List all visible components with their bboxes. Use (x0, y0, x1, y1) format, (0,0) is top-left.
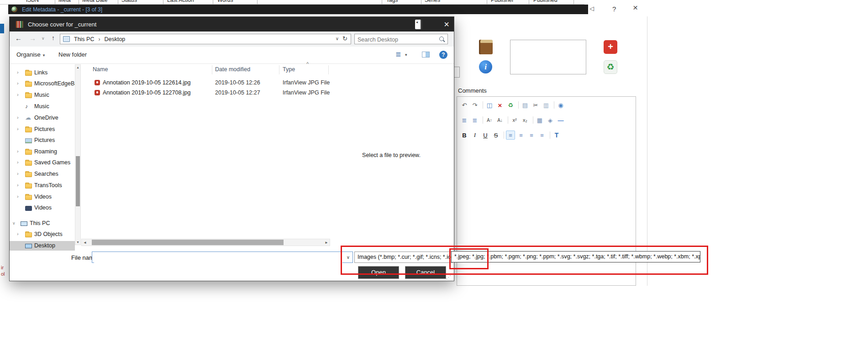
paste-icon[interactable]: ▤ (521, 100, 530, 110)
scrollbar-thumb[interactable] (92, 240, 284, 245)
font-larger-icon[interactable]: A↑ (485, 115, 494, 125)
chevron-down-icon[interactable]: ∨ (347, 255, 350, 260)
dialog-titlebar[interactable]: Choose cover for _current ◂ × (10, 17, 454, 31)
copy-icon[interactable]: ◫ (485, 100, 494, 110)
organise-menu[interactable]: Organise▾ (16, 51, 45, 58)
browse-cover-book-button[interactable] (479, 40, 493, 54)
chevron-right-icon[interactable]: › (17, 126, 19, 131)
file-row[interactable]: Annotation 2019-10-05 122614.jpg 2019-10… (83, 78, 338, 88)
sidebar-item-desktop[interactable]: Desktop (10, 241, 75, 251)
chevron-right-icon[interactable]: › (17, 80, 19, 86)
breadcrumb-this-pc[interactable]: This PC (74, 36, 94, 42)
search-box[interactable] (354, 34, 448, 44)
chevron-right-icon[interactable]: › (17, 69, 19, 75)
horizontal-rule-icon[interactable]: — (556, 115, 565, 125)
view-mode-icon[interactable]: ≣ (395, 50, 401, 58)
sidebar-item-links[interactable]: › Links (10, 68, 75, 78)
chevron-right-icon[interactable]: › (17, 182, 19, 188)
scroll-right-icon[interactable]: ► (325, 241, 328, 245)
preview-pane-icon[interactable] (422, 52, 430, 58)
recycle-icon[interactable]: ♻ (506, 100, 515, 110)
redo-icon[interactable]: ↷ (470, 100, 479, 110)
clipboard-icon[interactable]: ▥ (542, 100, 551, 110)
cancel-button[interactable]: Cancel (405, 266, 446, 279)
pin-icon[interactable]: ◁ (589, 5, 594, 12)
chevron-right-icon[interactable]: › (17, 231, 19, 236)
sidebar-item-onedrive[interactable]: › ☁ OneDrive (10, 113, 75, 123)
scissors-icon[interactable]: ✂ (531, 100, 540, 110)
sidebar-item-saved-games[interactable]: › Saved Games (10, 158, 75, 168)
sidebar-item-3d-objects[interactable]: › 3D Objects (10, 230, 75, 239)
trash-cover-button[interactable]: ♻ (604, 60, 617, 74)
comments-textarea[interactable] (457, 142, 636, 285)
insert-image-icon[interactable]: ◉ (556, 100, 565, 110)
chevron-right-icon[interactable]: › (17, 115, 19, 120)
sidebar-item-music-2[interactable]: ♪ Music (10, 102, 75, 111)
help-icon[interactable]: ? (439, 51, 447, 59)
address-bar[interactable]: This PC › Desktop ∨ ↻ (60, 34, 351, 44)
info-icon[interactable]: i (479, 60, 492, 73)
numbered-list-icon[interactable]: ≣ (460, 115, 469, 125)
sidebar-item-roaming[interactable]: › Roaming (10, 147, 75, 157)
chevron-right-icon[interactable]: › (17, 148, 19, 154)
add-cover-button[interactable]: + (604, 40, 617, 54)
chevron-right-icon[interactable]: › (17, 159, 19, 165)
sidebar-item-searches[interactable]: › Searches (10, 169, 75, 179)
new-folder-button[interactable]: New folder (58, 51, 87, 58)
up-button[interactable]: ↑ (52, 34, 55, 42)
align-right-icon[interactable]: ≡ (527, 131, 536, 140)
sidebar-item-transtools[interactable]: › TransTools (10, 181, 75, 190)
dialog-close-button[interactable]: × (444, 18, 449, 31)
bold-icon[interactable]: B (460, 131, 469, 140)
column-header-type[interactable]: Type (283, 66, 295, 73)
file-row[interactable]: Annotation 2019-10-05 122708.jpg 2019-10… (83, 88, 338, 98)
column-header-date-modified[interactable]: Date modified (215, 66, 250, 73)
sidebar-item-pictures-2[interactable]: Pictures (10, 136, 75, 145)
address-dropdown-icon[interactable]: ∨ (336, 36, 339, 41)
chevron-expanded-icon[interactable]: ∨ (12, 221, 16, 225)
resize-grip[interactable]: ⋰ (446, 274, 451, 280)
insert-table-icon[interactable]: ▦ (535, 115, 544, 125)
scroll-up-icon[interactable]: ▴ (75, 65, 80, 69)
chevron-right-icon[interactable]: › (17, 194, 19, 199)
sidebar-item-videos[interactable]: › Videos (10, 192, 75, 202)
bullet-list-icon[interactable]: ≣ (470, 115, 479, 125)
file-name-combobox[interactable]: ∨ (92, 252, 353, 263)
superscript-icon[interactable]: x² (510, 115, 519, 125)
chevron-right-icon[interactable]: › (17, 171, 19, 176)
font-smaller-icon[interactable]: A↓ (495, 115, 505, 125)
window-close-button[interactable]: × (633, 3, 638, 13)
subscript-icon[interactable]: x₂ (521, 115, 530, 125)
refresh-icon[interactable]: ↻ (342, 35, 347, 42)
window-help-button[interactable]: ? (612, 5, 616, 13)
forward-button[interactable]: → (29, 34, 36, 42)
scroll-left-icon[interactable]: ◄ (83, 241, 87, 245)
sidebar-item-pictures[interactable]: › Pictures (10, 125, 75, 134)
column-divider[interactable] (328, 65, 329, 74)
strikethrough-icon[interactable]: S (491, 131, 500, 140)
align-center-icon[interactable]: ≡ (516, 131, 526, 140)
history-dropdown-icon[interactable]: ∨ (42, 36, 45, 41)
align-justify-icon[interactable]: ≡ (537, 131, 547, 140)
scrollbar-thumb[interactable] (76, 156, 80, 206)
sidebar-item-microsoftedge[interactable]: › MicrosoftEdgeBa (10, 79, 75, 89)
underline-icon[interactable]: U (481, 131, 490, 140)
column-header-name[interactable]: Name (93, 66, 108, 73)
view-mode-caret-icon[interactable]: ▾ (405, 52, 407, 57)
undo-icon[interactable]: ↶ (460, 100, 469, 110)
italic-icon[interactable]: I (470, 131, 479, 140)
back-button[interactable]: ← (15, 34, 22, 42)
sidebar-scrollbar[interactable]: ▴ ▾ (75, 64, 81, 245)
open-button[interactable]: Open (358, 266, 399, 279)
delete-icon[interactable]: × (495, 100, 505, 110)
text-color-icon[interactable]: ◈ (546, 115, 555, 125)
search-input[interactable] (357, 35, 436, 44)
breadcrumb-desktop[interactable]: Desktop (104, 36, 125, 42)
text-style-icon[interactable]: T (552, 131, 561, 140)
sidebar-item-music[interactable]: › Music (10, 90, 75, 100)
file-list-scrollbar[interactable]: ◄ ► (81, 239, 330, 246)
align-left-icon[interactable]: ≡ (506, 131, 515, 140)
sidebar-item-videos-2[interactable]: Videos (10, 203, 75, 213)
sidebar-item-this-pc[interactable]: ∨ This PC (10, 219, 75, 228)
column-divider[interactable] (212, 65, 212, 74)
